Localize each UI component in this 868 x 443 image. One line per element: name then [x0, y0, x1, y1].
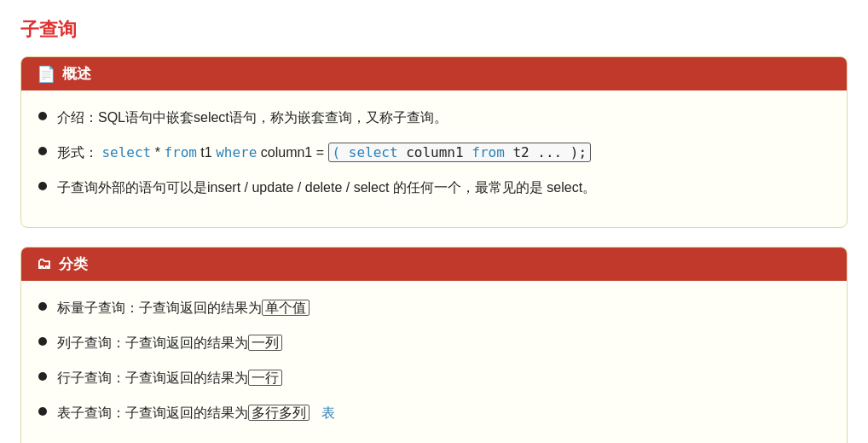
overview-icon: 📄	[37, 65, 55, 84]
sql-col1: column1 =	[261, 145, 328, 160]
bullet-dot	[38, 372, 47, 381]
scalar-prefix: 标量子查询：子查询返回的结果为	[57, 300, 262, 315]
row-highlight: 一行	[248, 370, 282, 386]
card-categories: 🗂 分类 标量子查询：子查询返回的结果为单个值 列子查询：子查询返回的结果为一列…	[20, 247, 848, 443]
overview-item-format: 形式： select * from t1 where column1 = ( s…	[38, 141, 830, 164]
category-scalar: 标量子查询：子查询返回的结果为单个值	[38, 296, 830, 319]
bullet-dot	[38, 182, 47, 190]
scalar-highlight: 单个值	[262, 300, 310, 316]
card-categories-body: 标量子查询：子查询返回的结果为单个值 列子查询：子查询返回的结果为一列 行子查询…	[21, 293, 847, 425]
sql-star: *	[155, 145, 165, 160]
overview-item-outer: 子查询外部的语句可以是insert / update / delete / se…	[38, 176, 830, 199]
categories-header-label: 分类	[59, 254, 88, 274]
row-text: 行子查询：子查询返回的结果为一行	[57, 366, 830, 389]
bullet-dot	[38, 337, 47, 346]
sql-subquery-box: ( select column1 from t2 ... );	[328, 143, 592, 162]
table-prefix: 表子查询：子查询返回的结果为	[57, 405, 248, 420]
format-text: 形式： select * from t1 where column1 = ( s…	[57, 141, 830, 164]
outer-content: 子查询外部的语句可以是insert / update / delete / se…	[57, 180, 596, 195]
table-text: 表子查询：子查询返回的结果为多行多列 表	[57, 401, 830, 424]
sql-box-t2: t2 ... );	[512, 144, 587, 160]
overview-header-label: 概述	[62, 64, 91, 84]
outer-text: 子查询外部的语句可以是insert / update / delete / se…	[57, 176, 830, 199]
card-categories-header: 🗂 分类	[21, 248, 847, 281]
card-overview: 📄 概述 介绍：SQL语句中嵌套select语句，称为嵌套查询，又称子查询。 形…	[20, 56, 848, 228]
sql-box-select: ( select	[333, 144, 398, 160]
column-prefix: 列子查询：子查询返回的结果为	[57, 335, 248, 350]
sql-box-from: from	[472, 144, 505, 160]
page-title: 子查询	[20, 17, 848, 43]
category-row: 行子查询：子查询返回的结果为一行	[38, 366, 830, 389]
bullet-dot	[38, 407, 47, 416]
sql-box-col: column1	[406, 144, 472, 160]
table-suffix: 表	[318, 405, 335, 420]
categories-icon: 🗂	[37, 255, 52, 273]
card-overview-header: 📄 概述	[21, 57, 847, 90]
category-column: 列子查询：子查询返回的结果为一列	[38, 331, 830, 354]
intro-text: 介绍：SQL语句中嵌套select语句，称为嵌套查询，又称子查询。	[57, 106, 830, 129]
card-overview-body: 介绍：SQL语句中嵌套select语句，称为嵌套查询，又称子查询。 形式： se…	[21, 102, 847, 200]
bullet-dot	[38, 147, 47, 155]
overview-item-intro: 介绍：SQL语句中嵌套select语句，称为嵌套查询，又称子查询。	[38, 106, 830, 129]
sql-where: where	[216, 144, 257, 160]
intro-content: 介绍：SQL语句中嵌套select语句，称为嵌套查询，又称子查询。	[57, 110, 448, 125]
column-highlight: 一列	[248, 335, 282, 351]
bullet-dot	[38, 112, 47, 120]
sql-from: from	[164, 144, 197, 160]
format-label: 形式：	[57, 145, 98, 160]
sql-t1: t1	[200, 145, 216, 160]
column-text: 列子查询：子查询返回的结果为一列	[57, 331, 830, 354]
category-table: 表子查询：子查询返回的结果为多行多列 表	[38, 401, 830, 424]
scalar-text: 标量子查询：子查询返回的结果为单个值	[57, 296, 830, 319]
row-prefix: 行子查询：子查询返回的结果为	[57, 370, 248, 385]
table-highlight: 多行多列	[248, 405, 310, 421]
bullet-dot	[38, 302, 47, 311]
sql-select: select	[101, 144, 151, 160]
